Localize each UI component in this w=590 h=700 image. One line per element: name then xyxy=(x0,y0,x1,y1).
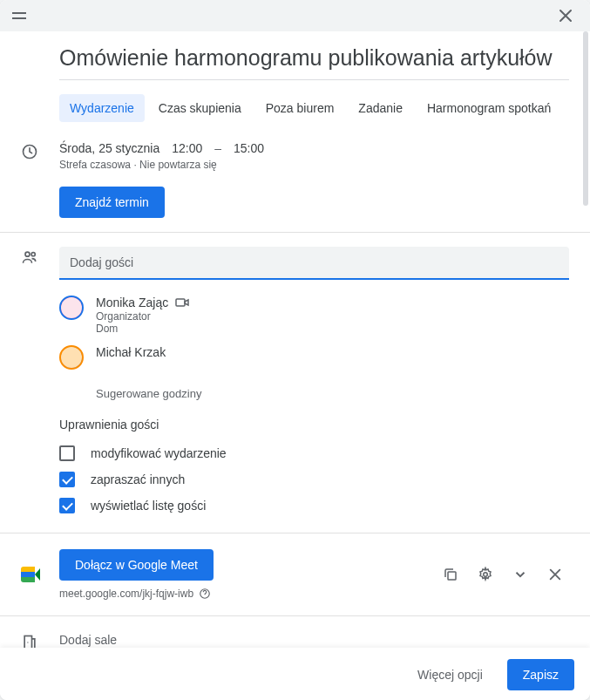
date-text: Środa, 25 stycznia xyxy=(59,141,159,155)
dialog-content: Omówienie harmonogramu publikowania arty… xyxy=(0,31,590,700)
checkbox[interactable] xyxy=(59,445,75,461)
find-time-button[interactable]: Znajdź termin xyxy=(59,187,165,218)
dialog-topbar xyxy=(0,0,590,31)
gear-icon[interactable] xyxy=(471,561,499,588)
tab-focus[interactable]: Czas skupienia xyxy=(148,94,252,122)
start-time: 12:00 xyxy=(172,141,202,155)
drag-handle-icon[interactable] xyxy=(12,11,26,20)
guest-extra: Dom xyxy=(96,323,569,335)
scrollbar[interactable] xyxy=(583,31,588,206)
perm-label: zapraszać innych xyxy=(91,472,185,486)
guest-perms-title: Uprawnienia gości xyxy=(59,418,569,432)
end-time: 15:00 xyxy=(234,141,264,155)
tab-event[interactable]: Wydarzenie xyxy=(59,94,145,122)
time-separator: – xyxy=(214,141,221,155)
tab-task[interactable]: Zadanie xyxy=(348,94,413,122)
tab-schedule[interactable]: Harmonogram spotkań xyxy=(417,94,561,122)
tabs: Wydarzenie Czas skupienia Poza biurem Za… xyxy=(59,94,569,122)
guest-name: Michał Krzak xyxy=(96,345,166,359)
add-guests-input[interactable] xyxy=(59,247,569,280)
perm-modify[interactable]: modyfikować wydarzenie xyxy=(59,440,569,466)
datetime-row[interactable]: Środa, 25 stycznia 12:00 – 15:00 xyxy=(59,141,569,155)
event-dialog: Omówienie harmonogramu publikowania arty… xyxy=(0,0,590,700)
svg-rect-3 xyxy=(176,299,185,306)
chevron-down-icon[interactable] xyxy=(506,561,534,588)
divider xyxy=(0,615,590,616)
datetime-sub[interactable]: Strefa czasowa · Nie powtarza się xyxy=(59,159,569,171)
camera-icon xyxy=(175,297,189,308)
svg-point-6 xyxy=(484,573,488,577)
suggested-times[interactable]: Sugerowane godziny xyxy=(96,387,569,400)
checkbox[interactable] xyxy=(59,472,75,487)
join-meet-button[interactable]: Dołącz w Google Meet xyxy=(59,549,214,581)
divider xyxy=(0,232,590,233)
perm-see-list[interactable]: wyświetlać listę gości xyxy=(59,493,569,519)
clock-icon xyxy=(21,141,59,160)
perm-invite[interactable]: zapraszać innych xyxy=(59,466,569,493)
guest-item[interactable]: Monika Zając Organizator Dom xyxy=(59,290,569,340)
guest-role: Organizator xyxy=(96,310,569,323)
perm-label: wyświetlać listę gości xyxy=(91,499,206,513)
save-button[interactable]: Zapisz xyxy=(507,659,574,690)
meet-link-text[interactable]: meet.google.com/jkj-fqjw-iwb xyxy=(59,588,193,600)
tab-ooo[interactable]: Poza biurem xyxy=(255,94,345,122)
divider xyxy=(0,533,590,533)
close-button[interactable] xyxy=(553,3,578,28)
avatar xyxy=(59,296,84,320)
guest-name: Monika Zając xyxy=(96,296,168,309)
meet-icon xyxy=(21,567,59,582)
guest-item[interactable]: Michał Krzak xyxy=(59,340,569,375)
dialog-footer: Więcej opcji Zapisz xyxy=(0,648,590,700)
more-options-button[interactable]: Więcej opcji xyxy=(402,659,498,690)
avatar xyxy=(59,345,84,370)
add-rooms[interactable]: Dodaj sale xyxy=(59,633,117,647)
people-icon xyxy=(21,247,59,266)
copy-icon[interactable] xyxy=(437,561,465,588)
svg-point-2 xyxy=(31,253,35,256)
svg-point-1 xyxy=(25,252,30,256)
help-icon[interactable] xyxy=(199,588,211,600)
perm-label: modyfikować wydarzenie xyxy=(91,446,227,460)
svg-rect-5 xyxy=(448,572,456,580)
event-title[interactable]: Omówienie harmonogramu publikowania arty… xyxy=(59,45,569,80)
checkbox[interactable] xyxy=(59,498,75,513)
remove-meet-icon[interactable] xyxy=(541,561,569,588)
